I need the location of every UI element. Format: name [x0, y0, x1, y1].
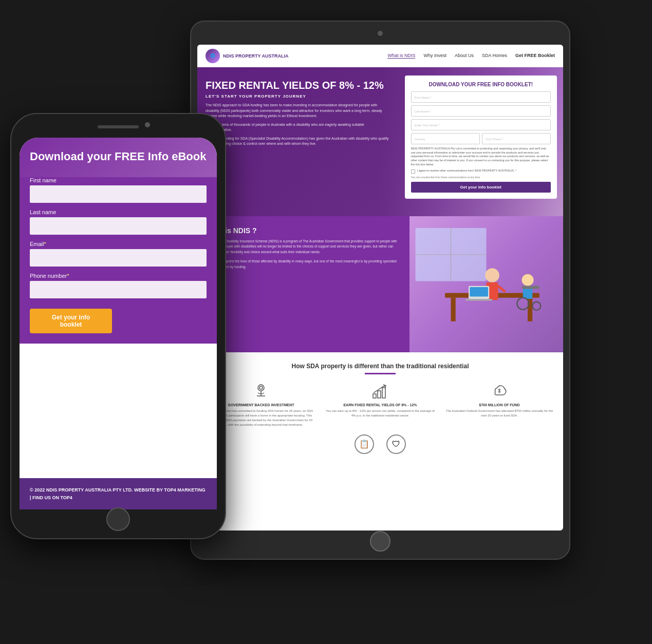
sda-title: How SDA property is different than the t…	[206, 363, 555, 370]
hero-left-content: FIXED RENTAL YIELDS OF 8% - 12% LET'S ST…	[197, 67, 399, 216]
tablet-form-box: DOWNLOAD YOUR FREE INFO BOOKLET! NDIS PR…	[405, 75, 557, 199]
phone-last-name-input[interactable]	[30, 217, 207, 235]
nav-why-invest[interactable]: Why Invest	[423, 53, 446, 59]
phone-footer-text: © 2022 NDIS PROPERTY AUSTRALIA PTY LTD. …	[30, 486, 207, 501]
phone-last-name-label: Last name	[30, 209, 207, 215]
sda-card-fund: $700 MILLION OF FUND The Australian Fede…	[444, 382, 555, 427]
tablet-ndis-section: What is NDIS ? The National Disability I…	[197, 216, 563, 352]
svg-rect-25	[382, 388, 385, 398]
tablet-logo: 🌐 NDIS PROPERTY AUSTRALIA	[206, 49, 289, 63]
card2-title: EARN FIXED RENTAL YIELDS OF 8% - 12%	[325, 403, 436, 407]
phone-hero-title: Download your FREE Info eBook	[30, 150, 207, 163]
phone-get-booklet-button[interactable]: Get your info booklet	[30, 309, 112, 333]
phone-footer: © 2022 NDIS PROPERTY AUSTRALIA PTY LTD. …	[20, 478, 217, 509]
sda-divider	[365, 373, 396, 374]
ndis-image	[409, 216, 563, 352]
svg-rect-17	[470, 287, 488, 296]
consent-label: I agree to receive other communications …	[417, 169, 517, 172]
country-input[interactable]	[411, 133, 480, 144]
hero-title: FIXED RENTAL YIELDS OF 8% - 12%	[206, 80, 390, 91]
svg-point-11	[521, 274, 533, 286]
tablet-screen: 🌐 NDIS PROPERTY AUSTRALIA What is NDIS W…	[197, 45, 563, 531]
svg-rect-24	[378, 391, 381, 398]
phone-home-button[interactable]	[106, 507, 130, 531]
sda-cards-container: GOVERNMENT BACKED INVESTMENT The governm…	[206, 382, 555, 427]
phone-device: Download your FREE Info eBook First name…	[10, 113, 226, 539]
phone-first-name-input[interactable]	[30, 185, 207, 203]
svg-point-19	[258, 385, 264, 391]
svg-point-20	[259, 386, 263, 389]
phone-email-label: Email*	[30, 241, 207, 247]
tablet-sda-section: How SDA property is different than the t…	[197, 352, 563, 464]
hero-body-2: There are tens of thousands of people in…	[206, 122, 390, 133]
privacy-text: NDIS PROPERTY AUSTRALIA Pty Ltd is commi…	[411, 147, 551, 166]
bottom-icon-row: 📋 🛡	[206, 434, 555, 454]
hero-subtitle: LET'S START YOUR PROPERTY JOURNEY	[206, 94, 390, 99]
svg-rect-18	[465, 299, 492, 300]
bottom-icon-1: 📋	[355, 434, 374, 454]
consent-checkbox-row[interactable]: I agree to receive other communications …	[411, 169, 551, 174]
shield-icon: 🛡	[386, 434, 406, 454]
tablet-get-booklet-button[interactable]: Get your Info booklet	[411, 182, 551, 193]
tablet-home-button[interactable]	[370, 531, 390, 552]
svg-rect-5	[451, 298, 455, 321]
hero-body-1: The NDIS approach to SDA funding has bee…	[206, 103, 390, 119]
card3-body: The Australian Federal Government has al…	[444, 409, 555, 418]
fund-icon	[490, 382, 509, 400]
tablet-nav-links[interactable]: What is NDIS Why Invest About Us SDA Hom…	[387, 53, 555, 59]
svg-point-7	[485, 268, 499, 282]
logo-icon: 🌐	[206, 49, 220, 63]
tablet-hero-section: FIXED RENTAL YIELDS OF 8% - 12% LET'S ST…	[197, 67, 563, 216]
ndis-body-1: The National Disability Insurance Scheme…	[206, 239, 401, 255]
ndis-photo	[409, 216, 563, 352]
logo-text: NDIS PROPERTY AUSTRALIA	[223, 53, 289, 59]
phone-speaker	[98, 125, 139, 128]
last-name-input[interactable]	[411, 105, 551, 117]
government-backed-icon	[252, 382, 270, 400]
nav-get-free-booklet[interactable]: Get FREE Booklet	[515, 53, 555, 59]
first-name-input[interactable]	[411, 91, 551, 103]
rental-yields-icon	[371, 382, 389, 400]
bottom-icon-2: 🛡	[386, 434, 406, 454]
tablet-device: 🌐 NDIS PROPERTY AUSTRALIA What is NDIS W…	[190, 21, 570, 560]
nav-what-is-ndis[interactable]: What is NDIS	[387, 53, 415, 59]
tablet-camera	[378, 31, 383, 36]
phone-email-input[interactable]	[30, 249, 207, 267]
phone-form-section: First name Last name Email* Phone number…	[20, 177, 217, 344]
ndis-left-content: What is NDIS ? The National Disability I…	[197, 216, 409, 352]
phone-phone-label: Phone number*	[30, 273, 207, 279]
card2-body: You can earn up to 8% - 12% per annum ne…	[325, 409, 436, 418]
nav-sda-homes[interactable]: SDA Homes	[482, 53, 507, 59]
ndis-title: What is NDIS ?	[206, 226, 401, 235]
ndis-body-2: The NDIS supports the lives of those aff…	[206, 259, 401, 270]
phone-screen: Download your FREE Info eBook First name…	[20, 138, 217, 509]
hero-form-container: DOWNLOAD YOUR FREE INFO BOOKLET! NDIS PR…	[399, 67, 563, 216]
form-title: DOWNLOAD YOUR FREE INFO BOOKLET!	[411, 82, 551, 87]
tablet-navbar: 🌐 NDIS PROPERTY AUSTRALIA What is NDIS W…	[197, 45, 563, 67]
phone-first-name-label: First name	[30, 177, 207, 183]
unsub-text: You can unsubscribe from these communica…	[411, 176, 551, 179]
sda-card-yields: EARN FIXED RENTAL YIELDS OF 8% - 12% You…	[325, 382, 436, 427]
phone-hero: Download your FREE Info eBook	[20, 138, 217, 177]
nav-about-us[interactable]: About Us	[455, 53, 474, 59]
svg-rect-15	[521, 286, 539, 289]
svg-rect-23	[373, 394, 376, 398]
card3-title: $700 MILLION OF FUND	[444, 403, 555, 407]
consent-checkbox[interactable]	[411, 169, 415, 174]
checklist-icon: 📋	[355, 434, 374, 454]
phone-phone-input[interactable]	[30, 281, 207, 298]
phone-input[interactable]	[482, 133, 551, 144]
hero-body-3: The NDIS funding for SDA (Specialist Dis…	[206, 136, 390, 147]
phone-camera	[145, 122, 150, 127]
email-input[interactable]	[411, 119, 551, 130]
